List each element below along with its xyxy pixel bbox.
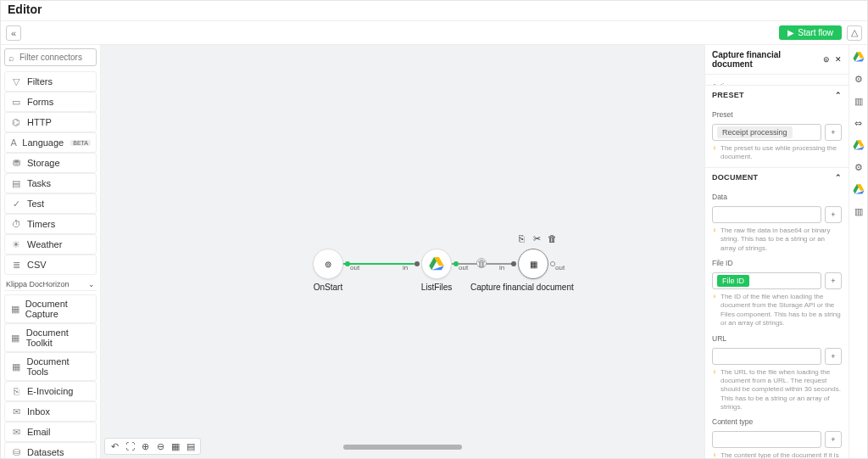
field-input[interactable]: [712, 206, 821, 223]
field-label-preset: Preset: [712, 110, 842, 119]
search-input-wrap[interactable]: ⌕: [4, 48, 97, 66]
lang-icon: A: [10, 137, 17, 148]
filter-icon: ▽: [10, 76, 22, 87]
node-label: Capture financial document: [470, 283, 554, 292]
node-toolbar: ⎘ ✂ 🗑: [516, 233, 557, 243]
test-icon: ✓: [10, 198, 22, 210]
search-input[interactable]: [18, 52, 92, 63]
http-icon: ⌬: [10, 116, 22, 128]
add-button[interactable]: +: [825, 431, 842, 448]
data-icon: ⛁: [10, 446, 22, 458]
sidebar-item-timers[interactable]: ⏱Timers: [4, 214, 97, 234]
zoom-out-icon[interactable]: ⊖: [154, 440, 166, 452]
search-icon: ⌕: [8, 53, 14, 63]
form-icon: ▭: [10, 96, 22, 108]
stack-icon[interactable]: ▥: [852, 204, 865, 218]
share-icon[interactable]: ⇔: [852, 116, 865, 130]
grid-icon[interactable]: ▦: [170, 440, 181, 452]
close-icon[interactable]: ✕: [835, 55, 842, 64]
node-onstart[interactable]: ⊚ out OnStart: [308, 249, 348, 292]
sidebar-item-label: HTTP: [27, 117, 52, 127]
node-label: ListFiles: [416, 283, 457, 292]
port-in[interactable]: [511, 261, 516, 266]
section-document[interactable]: DOCUMENT⌃: [705, 167, 849, 185]
start-flow-label: Start flow: [798, 28, 833, 37]
add-button[interactable]: +: [825, 206, 842, 223]
field-input[interactable]: [712, 348, 821, 365]
bulb-icon: ♀: [712, 293, 717, 328]
bulb-icon: ♀: [712, 451, 717, 458]
sidebar-item-e-invoicing[interactable]: ⎘E-Invoicing: [4, 381, 97, 401]
gear-icon[interactable]: ⚙: [852, 72, 865, 86]
sidebar-item-language[interactable]: ALanguageBETA: [4, 132, 97, 153]
node-listfiles[interactable]: in out ListFiles: [416, 249, 457, 292]
sidebar-item-filters[interactable]: ▽Filters: [4, 71, 97, 92]
stack-icon[interactable]: ▥: [852, 94, 865, 108]
sidebar-toggle-button[interactable]: «: [6, 25, 21, 41]
sidebar-item-email[interactable]: ✉Email: [4, 422, 97, 442]
right-rail: ⚙▥⇔⚙▥: [849, 45, 867, 458]
page-title: Editor: [1, 1, 867, 21]
doc-capture-icon: ▦: [530, 260, 537, 269]
sidebar-group-header[interactable]: Klippa DocHorizon ⌄: [4, 277, 97, 291]
doc-icon: ▦: [10, 361, 21, 372]
sidebar-item-tasks[interactable]: ▤Tasks: [4, 173, 97, 193]
gdrive-icon[interactable]: [852, 182, 865, 196]
gdrive-icon[interactable]: [852, 138, 865, 152]
add-button[interactable]: +: [825, 124, 842, 141]
sidebar-item-label: E-Invoicing: [27, 386, 73, 396]
delete-icon[interactable]: 🗑: [547, 233, 557, 243]
port-in-label: in: [403, 264, 408, 271]
horizontal-scrollbar[interactable]: [343, 445, 462, 450]
zoom-in-icon[interactable]: ⊕: [139, 440, 151, 452]
undo-icon[interactable]: ↶: [108, 440, 120, 452]
csv-icon: ≣: [10, 259, 22, 271]
sidebar-item-label: Language: [22, 137, 64, 148]
field-input[interactable]: File ID: [712, 272, 821, 289]
fit-icon[interactable]: ⛶: [124, 440, 136, 452]
sidebar-item-document-tools[interactable]: ▦Document Tools: [4, 352, 97, 381]
settings-icon[interactable]: ⊚: [823, 55, 830, 64]
sidebar-item-label: Timers: [27, 219, 55, 229]
sidebar-item-inbox[interactable]: ✉Inbox: [4, 401, 97, 422]
sidebar-item-document-capture[interactable]: ▦Document Capture: [4, 294, 97, 323]
inbox-icon: ✉: [10, 406, 22, 417]
sidebar-item-forms[interactable]: ▭Forms: [4, 92, 97, 112]
doc-icon: ▦: [10, 303, 20, 315]
cut-icon[interactable]: ✂: [531, 233, 542, 243]
edge-delete-icon[interactable]: 🗑: [476, 258, 487, 268]
chevron-up-icon: ⌃: [835, 173, 842, 182]
port-out-label: out: [350, 264, 359, 271]
flow-canvas[interactable]: 🗑 ⊚ out OnStart in out ListF: [101, 45, 704, 458]
sidebar-item-document-toolkit[interactable]: ▦Document Toolkit: [4, 323, 97, 352]
bulb-icon: ♀: [712, 368, 717, 412]
layers-icon[interactable]: ▤: [185, 440, 197, 452]
sidebar-item-label: Weather: [27, 239, 62, 249]
properties-title: Capture financial document: [712, 50, 823, 69]
storage-icon: ⛃: [10, 157, 22, 169]
sidebar-item-storage[interactable]: ⛃Storage: [4, 153, 97, 173]
sidebar-item-label: Document Toolkit: [26, 327, 91, 348]
sidebar-item-csv[interactable]: ≣CSV: [4, 255, 97, 275]
sidebar-item-http[interactable]: ⌬HTTP: [4, 112, 97, 132]
copy-icon[interactable]: ⎘: [516, 233, 526, 243]
alert-button[interactable]: △: [847, 25, 862, 41]
add-button[interactable]: +: [825, 272, 842, 289]
sidebar-item-label: Inbox: [27, 406, 50, 417]
sidebar-item-label: CSV: [27, 260, 47, 270]
start-flow-button[interactable]: ▶ Start flow: [779, 25, 842, 40]
field-hint: The URL to the file when loading the doc…: [721, 368, 842, 412]
chevron-down-icon: ⌄: [88, 280, 95, 288]
field-input[interactable]: Receipt processing: [712, 124, 821, 141]
gear-icon[interactable]: ⚙: [852, 160, 865, 174]
sidebar-item-weather[interactable]: ☀Weather: [4, 234, 97, 255]
add-button[interactable]: +: [825, 348, 842, 365]
sidebar-item-test[interactable]: ✓Test: [4, 193, 97, 214]
field-input[interactable]: [712, 431, 821, 448]
sidebar-item-datasets[interactable]: ⛁Datasets: [4, 442, 97, 458]
port-in[interactable]: [415, 261, 420, 266]
node-capture[interactable]: ▦ in out Capture financial document: [513, 249, 554, 292]
section-preset[interactable]: PRESET⌃: [705, 85, 849, 103]
gdrive-icon[interactable]: [852, 50, 865, 64]
field-hint: The ID of the file when loading the docu…: [721, 293, 842, 328]
